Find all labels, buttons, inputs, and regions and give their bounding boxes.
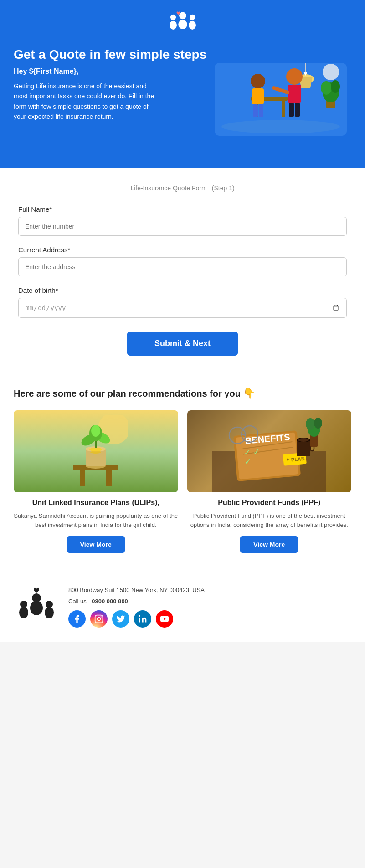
form-step-label: (Step 1) [212, 184, 235, 192]
dob-group: Date of birth* [18, 286, 347, 318]
svg-point-0 [179, 12, 186, 19]
svg-point-25 [321, 81, 332, 95]
rec-card-ulip-desc: Sukanya Samriddhi Account is gaining pop… [14, 511, 178, 529]
social-icons [68, 610, 351, 628]
svg-point-63 [306, 418, 315, 430]
rec-card-ppf-desc: Public Provident Fund (PPF) is one of th… [187, 511, 352, 529]
rec-card-ulip-title: Unit Linked Insurance Plans (ULIPs), [14, 499, 178, 507]
svg-text:✓: ✓ [243, 448, 251, 457]
footer-family-icon [14, 585, 59, 626]
svg-point-70 [45, 607, 54, 618]
rec-card-ulip-image [14, 410, 178, 492]
svg-point-1 [178, 20, 187, 29]
form-section: Life-Insurance Quote Form (Step 1) Full … [0, 168, 365, 374]
svg-point-56 [298, 438, 309, 442]
footer-info-col: 800 Bordway Suit 1500 New York, NY 00042… [68, 586, 351, 628]
address-input[interactable] [18, 257, 347, 276]
address-group: Current Address* [18, 246, 347, 276]
hero-section: Get a Quote in few simple steps Hey ${Fi… [0, 0, 365, 168]
svg-rect-17 [259, 104, 263, 117]
footer-phone-number: 0800 000 900 [92, 598, 128, 605]
svg-point-74 [139, 615, 140, 617]
recs-title-text: Here are some of our plan recommendation… [14, 388, 241, 398]
address-label: Current Address* [18, 246, 347, 254]
svg-point-14 [251, 74, 265, 88]
plant-illustration [14, 410, 178, 492]
svg-text:✓: ✓ [244, 457, 252, 466]
rec-card-ppf: BENEFITS ✓ ✓ ✓ ✦ PLAN [187, 410, 352, 553]
svg-point-5 [189, 21, 196, 30]
family-icon [167, 11, 199, 38]
svg-rect-54 [297, 440, 310, 456]
svg-rect-31 [80, 470, 85, 486]
svg-rect-21 [295, 103, 300, 117]
plant-svg [64, 415, 128, 488]
svg-point-73 [100, 616, 102, 618]
svg-rect-20 [289, 103, 294, 117]
submit-button[interactable]: Submit & Next [127, 332, 238, 356]
recs-grid: Unit Linked Insurance Plans (ULIPs), Suk… [14, 410, 351, 553]
svg-rect-10 [282, 101, 285, 117]
svg-rect-71 [95, 615, 103, 623]
dob-label: Date of birth* [18, 286, 347, 294]
svg-point-3 [170, 21, 177, 30]
svg-point-7 [221, 120, 340, 133]
footer-call-label: Call us - [68, 598, 90, 605]
instagram-icon[interactable] [90, 610, 108, 628]
svg-point-68 [19, 607, 28, 618]
linkedin-icon[interactable] [134, 610, 151, 628]
facebook-icon[interactable] [68, 610, 86, 628]
rec-card-ppf-image: BENEFITS ✓ ✓ ✓ ✦ PLAN [187, 410, 352, 492]
svg-point-26 [331, 80, 340, 93]
rec-card-ulip: Unit Linked Insurance Plans (ULIPs), Suk… [14, 410, 178, 553]
rec-card-ppf-title: Public Provident Funds (PPF) [187, 499, 352, 507]
footer-phone: Call us - 0800 000 900 [68, 598, 351, 605]
full-name-input[interactable] [18, 217, 347, 236]
hero-body: Getting Life insurance is one of the eas… [14, 81, 155, 136]
svg-point-36 [89, 448, 102, 451]
view-more-ppf-button[interactable]: View More [240, 536, 298, 553]
svg-text:✓: ✓ [252, 447, 260, 456]
svg-point-37 [90, 451, 101, 454]
footer: 800 Bordway Suit 1500 New York, NY 00042… [0, 576, 365, 642]
recs-title: Here are some of our plan recommendation… [14, 388, 351, 399]
svg-point-72 [98, 618, 101, 621]
twitter-icon[interactable] [112, 610, 129, 628]
svg-text:♥: ♥ [303, 70, 307, 77]
svg-point-2 [170, 15, 175, 20]
hero-content-row: Get a Quote in few simple steps Hey ${Fi… [14, 47, 351, 136]
footer-address: 800 Bordway Suit 1500 New York, NY 00042… [68, 586, 351, 595]
full-name-label: Full Name* [18, 205, 347, 213]
svg-point-27 [323, 64, 339, 80]
form-title-text: Life-Insurance Quote Form [130, 184, 206, 192]
recs-emoji: 👇 [243, 388, 255, 399]
hero-illustration: ♥ [215, 26, 347, 136]
svg-point-18 [286, 68, 303, 85]
benefits-illustration: BENEFITS ✓ ✓ ✓ ✦ PLAN [187, 410, 352, 492]
svg-rect-32 [106, 470, 112, 486]
benefits-svg: BENEFITS ✓ ✓ ✓ ✦ PLAN [212, 410, 326, 492]
footer-logo-col [14, 585, 59, 628]
svg-point-42 [91, 425, 100, 437]
svg-point-66 [30, 601, 43, 615]
form-title: Life-Insurance Quote Form (Step 1) [18, 182, 347, 193]
illustration-svg: ♥ [215, 26, 347, 136]
svg-point-64 [314, 418, 322, 429]
full-name-group: Full Name* [18, 205, 347, 236]
view-more-ulip-button[interactable]: View More [67, 536, 125, 553]
recommendations-section: Here are some of our plan recommendation… [0, 374, 365, 576]
svg-point-4 [189, 15, 195, 20]
svg-rect-15 [252, 88, 264, 104]
svg-rect-16 [253, 104, 258, 117]
footer-logo-icon [14, 585, 59, 628]
dob-input[interactable] [18, 298, 347, 318]
svg-rect-19 [288, 85, 301, 103]
youtube-icon[interactable] [156, 610, 173, 628]
